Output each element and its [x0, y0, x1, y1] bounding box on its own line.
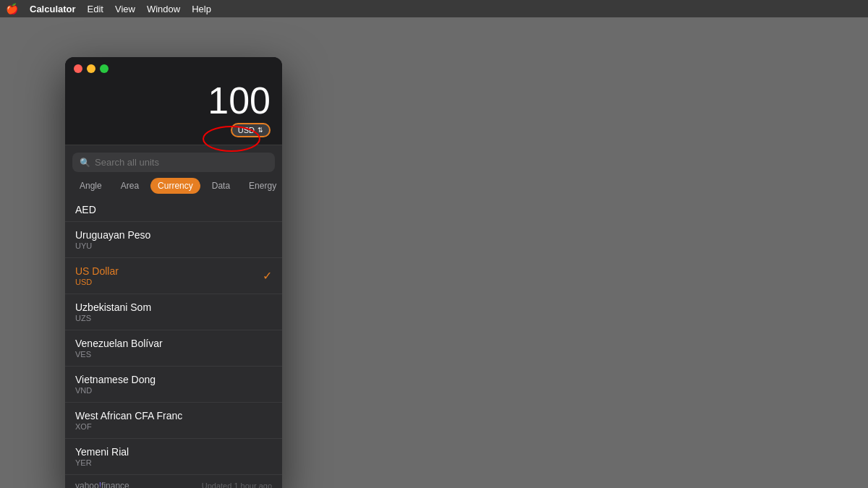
calculator-display: 100 USD ⇅	[65, 80, 282, 145]
search-bar[interactable]: 🔍	[72, 153, 275, 172]
list-item-partial[interactable]: AED	[65, 200, 282, 222]
currency-name: West African CFA Franc	[75, 410, 182, 421]
currency-code: USD	[75, 278, 119, 286]
currency-code: UYU	[75, 241, 150, 250]
currency-info: Vietnamese Dong VND	[75, 374, 156, 395]
tab-currency[interactable]: Currency	[150, 178, 200, 194]
search-input[interactable]	[95, 157, 268, 168]
display-number: 100	[208, 80, 271, 121]
currency-info: US Dollar USD	[75, 265, 119, 286]
currency-info: Yemeni Rial YER	[75, 446, 129, 467]
list-item-vnd[interactable]: Vietnamese Dong VND	[65, 367, 282, 403]
currency-code: VND	[75, 386, 156, 395]
list-item-usd[interactable]: US Dollar USD ✓	[65, 258, 282, 294]
currency-info: Uruguayan Peso UYU	[75, 229, 150, 250]
currency-name: Vietnamese Dong	[75, 374, 156, 385]
footer: yahoo!finance Updated 1 hour ago	[65, 475, 282, 488]
tab-area[interactable]: Area	[114, 178, 146, 194]
currency-info: Venezuelan Bolívar VES	[75, 338, 163, 359]
title-bar	[65, 57, 282, 80]
currency-name-partial: AED	[75, 204, 272, 215]
menubar-window[interactable]: Window	[147, 4, 180, 14]
currency-code: UZS	[75, 314, 151, 322]
apple-menu[interactable]: 🍎	[6, 3, 18, 14]
menubar-view[interactable]: View	[115, 4, 135, 14]
dropdown-panel: 🔍 Angle Area Currency Data Energy Force …	[65, 145, 282, 488]
currency-name: Uruguayan Peso	[75, 229, 150, 241]
selected-checkmark-icon: ✓	[263, 269, 272, 283]
close-button[interactable]	[74, 64, 82, 73]
list-item-xof[interactable]: West African CFA Franc XOF	[65, 403, 282, 439]
menubar-calculator[interactable]: Calculator	[30, 4, 76, 14]
list-item-uzs[interactable]: Uzbekistani Som UZS	[65, 294, 282, 330]
category-tabs: Angle Area Currency Data Energy Force	[65, 178, 282, 200]
currency-code-label: USD	[238, 126, 255, 134]
menubar-help[interactable]: Help	[192, 4, 211, 14]
currency-info: Uzbekistani Som UZS	[75, 301, 151, 322]
tab-angle[interactable]: Angle	[72, 178, 109, 194]
tab-energy[interactable]: Energy	[242, 178, 282, 194]
tab-data[interactable]: Data	[205, 178, 237, 194]
list-item-ves[interactable]: Venezuelan Bolívar VES	[65, 330, 282, 367]
currency-code: XOF	[75, 422, 182, 431]
currency-code: YER	[75, 458, 129, 467]
currency-list: AED Uruguayan Peso UYU US Dollar USD ✓	[65, 200, 282, 475]
currency-selector[interactable]: USD ⇅	[231, 123, 271, 137]
yahoo-finance-logo: yahoo!finance	[75, 481, 129, 488]
currency-name: US Dollar	[75, 265, 119, 277]
list-item-yer[interactable]: Yemeni Rial YER	[65, 439, 282, 475]
currency-arrow-icon: ⇅	[258, 127, 263, 134]
list-item-uyu[interactable]: Uruguayan Peso UYU	[65, 222, 282, 258]
currency-name: Uzbekistani Som	[75, 301, 151, 313]
currency-info: West African CFA Franc XOF	[75, 410, 182, 431]
menubar: 🍎 Calculator Edit View Window Help	[0, 0, 868, 17]
currency-name: Venezuelan Bolívar	[75, 338, 163, 349]
menubar-edit[interactable]: Edit	[88, 4, 103, 14]
calculator-window: 100 USD ⇅ 🔍 Angle Area Currency Data Ene…	[65, 57, 282, 488]
currency-name: Yemeni Rial	[75, 446, 129, 458]
currency-code: VES	[75, 350, 163, 359]
maximize-button[interactable]	[100, 64, 109, 73]
search-icon: 🔍	[80, 158, 90, 168]
minimize-button[interactable]	[87, 64, 95, 73]
updated-text: Updated 1 hour ago	[202, 481, 272, 488]
desktop: 100 USD ⇅ 🔍 Angle Area Currency Data Ene…	[0, 17, 868, 488]
